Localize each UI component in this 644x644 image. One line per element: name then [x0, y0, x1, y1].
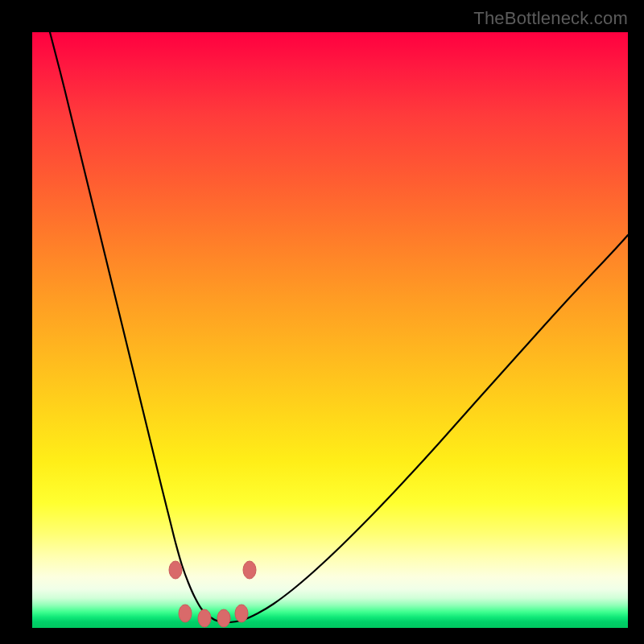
bottleneck-curve — [50, 32, 628, 622]
chart-frame: TheBottleneck.com — [0, 0, 644, 644]
root-marker — [243, 561, 256, 579]
watermark-text: TheBottleneck.com — [473, 8, 628, 29]
curve-svg — [32, 32, 628, 628]
root-marker — [198, 609, 211, 627]
plot-area — [32, 32, 628, 628]
root-marker — [217, 609, 230, 627]
root-marker — [169, 561, 182, 579]
root-markers — [169, 561, 256, 627]
root-marker — [179, 605, 192, 622]
root-marker — [235, 605, 248, 622]
